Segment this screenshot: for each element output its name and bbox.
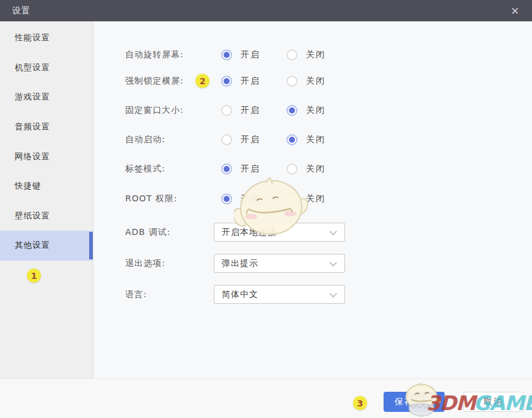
radio-on-label[interactable]: 开启 (241, 164, 260, 175)
radio-on-label[interactable]: 开启 (241, 134, 260, 145)
radio-off-label[interactable]: 关闭 (306, 76, 326, 87)
adb-debug-select[interactable]: 开启本地连接 (214, 223, 345, 242)
setting-label: 强制锁定横屏: (125, 76, 184, 87)
sidebar-item-performance[interactable]: 性能设置 (0, 23, 93, 53)
setting-row-root-permission: ROOT 权限: 开启 关闭 (94, 190, 532, 208)
sidebar-item-label: 网络设置 (15, 151, 50, 162)
sidebar-item-label: 音频设置 (15, 121, 50, 132)
setting-row-exit-option: 退出选项: 弹出提示 (94, 254, 532, 273)
sidebar-item-audio[interactable]: 音频设置 (0, 112, 93, 142)
radio-off-label[interactable]: 关闭 (306, 105, 326, 116)
radio-off[interactable] (286, 164, 297, 175)
setting-row-fixed-window-size: 固定窗口大小: 开启 关闭 (94, 101, 532, 120)
sidebar-item-label: 快捷键 (15, 181, 42, 192)
radio-off-label[interactable]: 关闭 (306, 134, 326, 145)
radio-off-label[interactable]: 关闭 (306, 193, 326, 204)
settings-sidebar: 性能设置 机型设置 游戏设置 音频设置 网络设置 快捷键 壁纸设置 其他设置 (0, 21, 93, 378)
radio-on[interactable] (221, 49, 232, 60)
sidebar-item-network[interactable]: 网络设置 (0, 142, 93, 171)
dialog-footer: 3 保存设置 取消 (0, 378, 532, 418)
radio-on[interactable] (221, 164, 232, 175)
sidebar-item-other-settings[interactable]: 其他设置 (0, 231, 93, 261)
radio-on[interactable] (221, 105, 232, 116)
sidebar-item-device-model[interactable]: 机型设置 (0, 53, 93, 83)
sidebar-item-wallpaper[interactable]: 壁纸设置 (0, 201, 93, 231)
radio-off[interactable] (286, 105, 297, 116)
setting-row-force-landscape: 强制锁定横屏: 开启 关闭 (94, 72, 532, 90)
setting-row-auto-start: 自动启动: 开启 关闭 (94, 131, 532, 149)
radio-on[interactable] (221, 76, 232, 87)
annotation-badge-3: 3 (353, 396, 367, 410)
annotation-badge-1: 1 (27, 268, 41, 283)
window-title: 设置 (12, 5, 31, 16)
radio-on-label[interactable]: 开启 (241, 76, 260, 87)
language-select[interactable]: 简体中文 (214, 285, 345, 304)
setting-label: 标签模式: (125, 164, 166, 175)
radio-off-label[interactable]: 关闭 (306, 49, 326, 60)
sidebar-item-label: 其他设置 (15, 240, 50, 251)
setting-label: 语言: (125, 289, 147, 300)
radio-on-label[interactable]: 开启 (241, 193, 260, 204)
selected-value: 弹出提示 (222, 258, 258, 269)
radio-off[interactable] (286, 193, 297, 204)
annotation-badge-2: 2 (195, 74, 210, 88)
save-button[interactable]: 保存设置 (384, 392, 445, 412)
setting-row-adb-debug: ADB 调试: 开启本地连接 (94, 223, 532, 242)
setting-row-language: 语言: 简体中文 (94, 285, 532, 304)
selected-value: 开启本地连接 (222, 227, 277, 238)
sidebar-item-game[interactable]: 游戏设置 (0, 82, 93, 112)
setting-label: ROOT 权限: (125, 193, 178, 204)
setting-row-auto-rotate: 自动旋转屏幕: 开启 关闭 (94, 46, 532, 64)
radio-off-label[interactable]: 关闭 (306, 164, 326, 175)
chevron-down-icon (329, 290, 337, 298)
titlebar: 设置 ✕ (0, 0, 532, 21)
setting-label: 自动旋转屏幕: (125, 49, 184, 60)
exit-option-select[interactable]: 弹出提示 (214, 254, 345, 273)
selected-value: 简体中文 (222, 289, 258, 300)
radio-off[interactable] (286, 134, 297, 145)
setting-label: ADB 调试: (125, 227, 170, 238)
radio-on[interactable] (221, 193, 232, 204)
setting-label: 退出选项: (125, 258, 166, 269)
selected-indicator-bar (89, 232, 93, 259)
radio-off[interactable] (286, 49, 297, 60)
setting-row-tab-mode: 标签模式: 开启 关闭 (94, 160, 532, 178)
cancel-button[interactable]: 取消 (463, 392, 524, 412)
radio-on-label[interactable]: 开启 (241, 105, 260, 116)
setting-label: 自动启动: (125, 134, 166, 145)
setting-label: 固定窗口大小: (125, 105, 184, 116)
sidebar-item-label: 游戏设置 (15, 92, 50, 103)
chevron-down-icon (329, 259, 337, 267)
close-icon[interactable]: ✕ (503, 0, 527, 21)
sidebar-item-label: 性能设置 (15, 32, 50, 43)
sidebar-item-label: 壁纸设置 (15, 211, 50, 222)
chevron-down-icon (329, 228, 337, 236)
sidebar-item-hotkeys[interactable]: 快捷键 (0, 171, 93, 201)
radio-off[interactable] (286, 76, 297, 87)
settings-panel: 自动旋转屏幕: 开启 关闭 强制锁定横屏: 开启 关闭 2 固定窗口大小: 开启… (94, 21, 532, 378)
sidebar-item-label: 机型设置 (15, 62, 50, 73)
radio-on[interactable] (221, 134, 232, 145)
radio-on-label[interactable]: 开启 (241, 49, 260, 60)
